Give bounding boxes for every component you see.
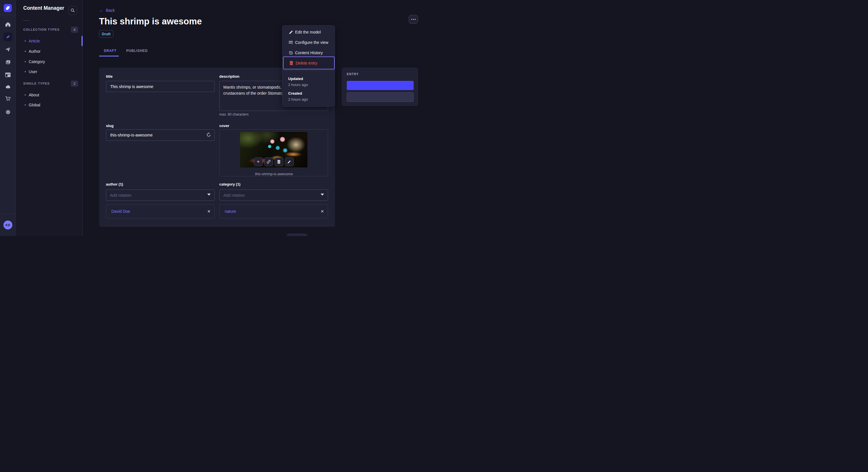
media-library-icon [5, 60, 11, 65]
category-relation-item: nature × [219, 204, 328, 218]
nav-item-settings[interactable] [0, 107, 16, 117]
sidebar-item-about[interactable]: About [16, 90, 82, 100]
section-single-types: SINGLE TYPES 2 [16, 80, 83, 87]
nav-item-content-type-builder[interactable] [0, 70, 16, 79]
field-label: author (1) [106, 182, 215, 187]
dot-icon [415, 19, 415, 20]
feather-icon [5, 34, 11, 40]
pencil-icon [288, 30, 293, 34]
entry-panel-label: ENTRY [347, 72, 359, 76]
author-field: author (1) [106, 182, 215, 187]
remove-relation-icon[interactable]: × [321, 209, 324, 214]
updated-label: Updated [288, 76, 303, 81]
nav-item-marketplace[interactable] [0, 94, 16, 103]
relation-link[interactable]: David Doe [112, 209, 130, 214]
search-icon [71, 8, 75, 12]
subnav-title: Content Manager [23, 5, 64, 11]
slug-field: slug [106, 124, 215, 128]
active-item-indicator [82, 36, 83, 46]
count-badge: 4 [71, 27, 78, 33]
menu-item-label: Delete entry [296, 61, 317, 65]
section-label: SINGLE TYPES [23, 82, 50, 85]
divider [23, 20, 30, 21]
nav-item-content-manager[interactable] [3, 32, 12, 41]
strapi-logo[interactable] [4, 4, 12, 12]
dot-icon [413, 19, 414, 20]
dot-icon [411, 19, 412, 20]
entry-panel: ENTRY [342, 68, 418, 106]
updated-value: 2 hours ago [288, 82, 308, 87]
trash-icon [289, 61, 293, 65]
tab-draft[interactable]: DRAFT [99, 45, 121, 56]
layout-builder-icon [5, 72, 11, 77]
sidebar-item-author[interactable]: Author [16, 46, 82, 57]
title-input[interactable] [106, 81, 215, 92]
remove-relation-icon[interactable]: × [207, 209, 210, 214]
copy-link-button[interactable] [265, 158, 273, 166]
chevron-down-icon [321, 194, 324, 196]
add-media-button[interactable]: + [254, 158, 262, 166]
sidebar-item-user[interactable]: User [16, 67, 82, 77]
menu-item-delete-entry[interactable]: Delete entry [283, 57, 335, 69]
link-icon [267, 160, 271, 164]
sidebar-item-article[interactable]: Article [16, 36, 82, 46]
cloud-icon [5, 85, 11, 89]
sidebar-item-category[interactable]: Category [16, 57, 82, 67]
regenerate-icon[interactable] [206, 132, 211, 137]
cover-upload-box: + [219, 129, 328, 176]
back-link[interactable]: ← Back [99, 8, 115, 12]
trash-icon [277, 160, 281, 164]
relation-placeholder: Add relation [223, 193, 245, 198]
bullet-icon [25, 71, 26, 72]
configure-list-icon [288, 40, 293, 45]
sidebar-item-global[interactable]: Global [16, 100, 82, 110]
more-options-menu: Edit the model Configure the view Conten… [282, 25, 335, 107]
nav-item-releases[interactable] [0, 45, 16, 54]
marketplace-cart-icon [5, 96, 11, 101]
main-navigation: KD [0, 0, 16, 236]
user-avatar[interactable]: KD [3, 221, 12, 229]
chevron-down-icon [207, 194, 211, 196]
send-icon [5, 47, 11, 52]
created-value: 2 hours ago [288, 97, 308, 102]
slug-input[interactable] [106, 129, 215, 141]
bullet-icon [25, 40, 26, 42]
field-label: cover [219, 124, 328, 128]
author-add-relation[interactable]: Add relation [106, 190, 215, 201]
strapi-logo-glyph [6, 6, 9, 10]
sidebar-item-label: Article [29, 39, 40, 43]
edit-media-button[interactable] [285, 158, 293, 166]
cover-filename: this-shrimp-is-awesome [220, 172, 329, 176]
delete-media-button[interactable] [275, 158, 283, 166]
search-button[interactable] [68, 6, 77, 15]
divider [0, 15, 16, 15]
menu-item-configure-view[interactable]: Configure the view [282, 37, 335, 47]
menu-item-label: Configure the view [295, 40, 329, 45]
menu-item-edit-model[interactable]: Edit the model [282, 27, 335, 37]
menu-item-label: Content History [295, 50, 322, 55]
relation-link[interactable]: nature [225, 209, 236, 214]
category-add-relation[interactable]: Add relation [219, 190, 328, 201]
nav-footer: KD [0, 214, 16, 236]
cover-image[interactable]: + [240, 132, 307, 167]
publish-button[interactable] [347, 81, 414, 90]
sidebar-item-label: Category [29, 59, 45, 64]
add-icon: + [257, 159, 259, 164]
page-title: This shrimp is awesome [99, 16, 202, 27]
more-options-button[interactable] [409, 15, 418, 24]
save-button[interactable] [347, 92, 414, 102]
cover-field: cover [219, 124, 328, 128]
sidebar-item-label: About [29, 93, 39, 97]
nav-item-deploy[interactable] [0, 82, 16, 91]
bullet-icon [25, 61, 26, 62]
tab-published[interactable]: PUBLISHED [121, 45, 153, 56]
nav-item-home[interactable] [0, 20, 16, 29]
title-field: title [106, 74, 215, 78]
floating-widget[interactable] [287, 234, 307, 236]
home-icon [5, 22, 11, 27]
nav-item-media-library[interactable] [0, 58, 16, 67]
history-clock-icon [288, 50, 293, 55]
created-label: Created [288, 91, 302, 96]
field-label: slug [106, 124, 215, 128]
settings-gear-icon [5, 109, 11, 115]
